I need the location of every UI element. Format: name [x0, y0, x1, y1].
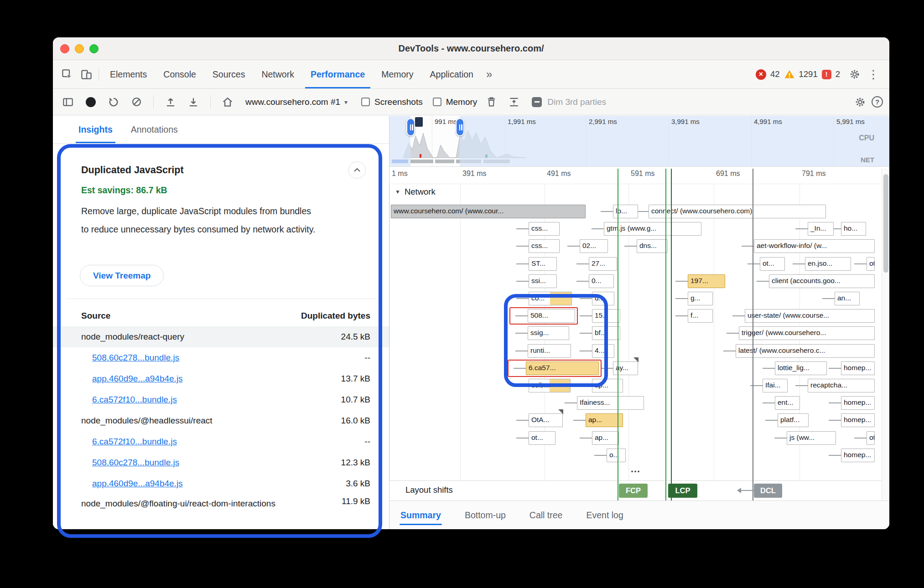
- network-request-bar[interactable]: d...: [592, 292, 614, 305]
- home-icon[interactable]: [219, 92, 236, 112]
- bottom-tab-event-log[interactable]: Event log: [585, 503, 624, 528]
- warning-icon[interactable]: [784, 69, 795, 80]
- network-request-bar[interactable]: g...: [688, 292, 713, 305]
- network-request-bar[interactable]: ay...: [613, 361, 638, 375]
- error-icon[interactable]: ×: [756, 69, 766, 80]
- network-request-bar[interactable]: homep...: [841, 449, 875, 462]
- vertical-scrollbar[interactable]: [882, 169, 889, 500]
- more-tabs-icon[interactable]: »: [482, 68, 497, 81]
- network-request-bar[interactable]: homep...: [841, 413, 875, 427]
- more-rows-ellipsis[interactable]: …: [630, 463, 641, 475]
- tab-performance[interactable]: Performance: [302, 60, 373, 88]
- network-request-bar[interactable]: lottie_lig...: [775, 361, 827, 375]
- network-request-bar[interactable]: runti...: [528, 344, 571, 358]
- help-icon[interactable]: ?: [872, 96, 883, 108]
- capture-settings-gear-icon[interactable]: [854, 96, 866, 108]
- network-request-bar[interactable]: ap...: [592, 431, 619, 445]
- tab-console[interactable]: Console: [155, 60, 204, 88]
- network-request-bar[interactable]: ot...: [529, 431, 555, 445]
- dim-3rd-parties-toggle[interactable]: [532, 97, 542, 107]
- record-button[interactable]: [82, 92, 99, 112]
- timeline-minimap[interactable]: CPU NET 991 ms1,991 ms2,991 ms3,991 ms4,…: [389, 116, 889, 167]
- network-request-bar[interactable]: homep...: [841, 361, 875, 375]
- network-request-bar[interactable]: _In...: [808, 222, 834, 236]
- zoom-window-button[interactable]: [89, 44, 99, 53]
- kebab-menu-icon[interactable]: ⋮: [865, 67, 882, 82]
- network-request-bar[interactable]: css...: [529, 222, 560, 236]
- bottom-tab-summary[interactable]: Summary: [400, 503, 442, 528]
- network-request-bar[interactable]: o...: [607, 449, 626, 462]
- network-request-bar[interactable]: client (accounts.goo...: [769, 274, 875, 288]
- source-file-link[interactable]: 6.ca572f10...bundle.js: [92, 395, 177, 405]
- source-file-link[interactable]: 6.ca572f10...bundle.js: [92, 437, 177, 447]
- reload-and-record-icon[interactable]: [105, 92, 122, 112]
- network-request-bar[interactable]: Ifainess...: [577, 396, 644, 410]
- network-request-bar[interactable]: www.coursehero.com/ (www.cour...: [391, 205, 586, 218]
- network-request-bar[interactable]: trigger/ (www.coursehero...: [739, 326, 875, 340]
- download-profile-icon[interactable]: [185, 92, 202, 112]
- network-request-bar[interactable]: homep...: [841, 396, 875, 410]
- collapse-insight-button[interactable]: [348, 161, 366, 179]
- toggle-sidebar-icon[interactable]: [59, 92, 77, 112]
- tab-elements[interactable]: Elements: [102, 60, 155, 88]
- toggle-tracks-icon[interactable]: [505, 92, 523, 112]
- memory-checkbox[interactable]: [433, 98, 441, 106]
- inspect-element-icon[interactable]: [57, 63, 77, 85]
- close-window-button[interactable]: [60, 44, 69, 53]
- network-request-bar[interactable]: dns...: [637, 239, 668, 253]
- minimize-window-button[interactable]: [75, 44, 84, 53]
- network-request-bar[interactable]: aet-workflow-info/ (w...: [754, 239, 875, 253]
- network-request-bar[interactable]: ent...: [775, 396, 800, 410]
- network-request-bar[interactable]: js (ww...: [787, 431, 836, 445]
- screenshots-checkbox[interactable]: [361, 98, 370, 106]
- tab-memory[interactable]: Memory: [373, 60, 421, 88]
- network-request-bar[interactable]: ot...: [760, 257, 785, 271]
- error-count[interactable]: 42: [770, 69, 780, 79]
- network-request-bar[interactable]: 197...: [688, 274, 725, 288]
- network-request-bar[interactable]: latest/ (www.coursehero.c...: [736, 344, 875, 358]
- network-request-bar[interactable]: ssi...: [529, 274, 557, 288]
- source-file-link[interactable]: 508.60c278...bundle.js: [92, 458, 179, 468]
- issues-icon[interactable]: !: [822, 70, 831, 79]
- network-request-bar[interactable]: an...: [835, 292, 860, 305]
- profile-select[interactable]: www.coursehero.com #1 ▾: [242, 95, 351, 109]
- settings-gear-icon[interactable]: [849, 68, 861, 80]
- network-request-bar[interactable]: co...: [529, 292, 572, 305]
- network-request-bar[interactable]: Ifai...: [763, 379, 788, 392]
- issue-count[interactable]: 2: [836, 69, 840, 79]
- panel-tab-annotations[interactable]: Annotations: [131, 116, 178, 143]
- tab-application[interactable]: Application: [422, 60, 482, 88]
- network-request-bar[interactable]: lo...: [613, 205, 638, 218]
- source-file-link[interactable]: app.460d9e...a94b4e.js: [92, 374, 183, 384]
- minimap-handle-right[interactable]: [456, 118, 464, 136]
- network-request-bar[interactable]: 02...: [580, 239, 608, 253]
- network-request-bar[interactable]: 15...: [592, 309, 620, 323]
- network-request-bar[interactable]: 0...: [589, 274, 614, 288]
- network-request-bar[interactable]: gtm.js (www.g...: [604, 222, 701, 236]
- network-request-bar[interactable]: 4...: [592, 344, 614, 358]
- bottom-tab-call-tree[interactable]: Call tree: [529, 503, 564, 528]
- clear-recording-icon[interactable]: [128, 92, 145, 112]
- network-request-bar[interactable]: 27...: [589, 257, 617, 271]
- upload-profile-icon[interactable]: [162, 92, 179, 112]
- collect-garbage-icon[interactable]: [483, 92, 500, 112]
- network-request-bar[interactable]: ST...: [529, 257, 557, 271]
- view-treemap-button[interactable]: View Treemap: [80, 265, 164, 286]
- bottom-tab-bottom-up[interactable]: Bottom-up: [464, 503, 507, 528]
- source-file-link[interactable]: app.460d9e...a94b4e.js: [92, 479, 183, 489]
- network-request-bar[interactable]: user-state/ (www.course...: [745, 309, 875, 323]
- network-request-bar[interactable]: en.jso...: [805, 257, 851, 271]
- warning-count[interactable]: 1291: [799, 69, 818, 79]
- network-request-bar[interactable]: ot...: [867, 257, 875, 271]
- network-request-bar[interactable]: ho...: [841, 222, 866, 236]
- source-file-link[interactable]: 508.60c278...bundle.js: [92, 353, 179, 363]
- network-request-bar[interactable]: OtA...: [529, 413, 563, 427]
- network-request-bar[interactable]: bf...: [592, 326, 620, 340]
- network-request-bar[interactable]: connect/ (www.coursehero.com): [649, 205, 826, 218]
- network-request-bar[interactable]: recaptcha...: [808, 379, 875, 392]
- network-request-bar[interactable]: css...: [529, 239, 560, 253]
- network-request-bar[interactable]: ssig...: [528, 326, 569, 340]
- network-track-header[interactable]: ▼ Network: [395, 187, 436, 197]
- tab-sources[interactable]: Sources: [204, 60, 254, 88]
- network-request-bar[interactable]: ot...: [867, 431, 875, 445]
